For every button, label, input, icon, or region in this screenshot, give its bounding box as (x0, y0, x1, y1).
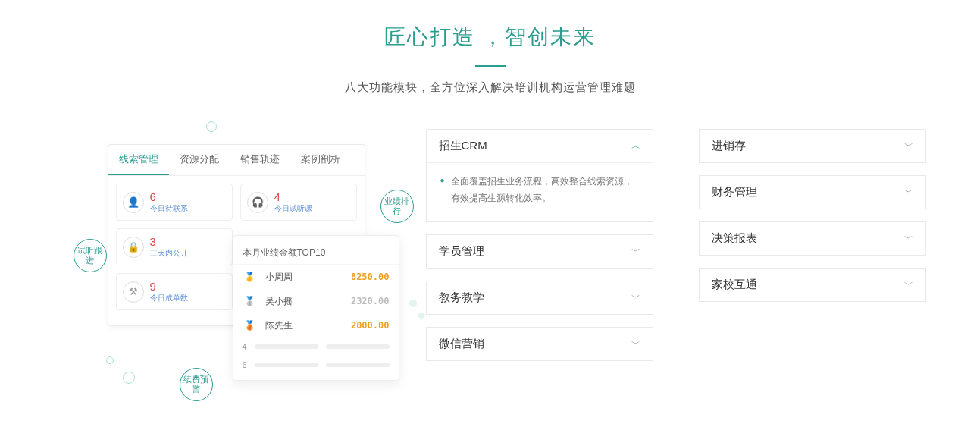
top10-row: 🥈 吴小摇 2320.00 (233, 289, 399, 313)
stat-number: 6 (150, 190, 188, 203)
accordion-label: 微信营销 (439, 337, 484, 351)
accordion-label: 招生CRM (439, 139, 487, 153)
top10-name: 吴小摇 (265, 295, 343, 308)
medal-gold-icon: 🥇 (243, 269, 258, 284)
stat-box[interactable]: 🔒 3 三天内公开 (116, 228, 233, 265)
rank-number: 4 (243, 342, 247, 351)
accordion-header[interactable]: 教务教学 ﹀ (427, 281, 653, 314)
lock-icon: 🔒 (123, 237, 144, 258)
accordion-item-wechat: 微信营销 ﹀ (426, 327, 653, 361)
content-area: 线索管理 资源分配 销售轨迹 案例剖析 👤 6 今日待联系 🎧 4 (0, 129, 980, 417)
progress-bar (326, 363, 390, 367)
stat-box[interactable]: ⚒ 9 今日成单数 (116, 273, 233, 310)
tab-bar: 线索管理 资源分配 销售轨迹 案例剖析 (108, 145, 365, 176)
top10-value: 2000.00 (351, 320, 390, 331)
decor-dot (123, 372, 135, 384)
accordion-body: ● 全面覆盖招生业务流程，高效整合线索资源，有效提高生源转化效率。 (427, 162, 653, 221)
decor-dot (418, 313, 424, 319)
stat-box[interactable]: 👤 6 今日待联系 (116, 184, 233, 221)
tab-cases[interactable]: 案例剖析 (290, 145, 351, 175)
tab-leads[interactable]: 线索管理 (108, 145, 169, 175)
bullet-icon: ● (440, 174, 445, 206)
accordion-header[interactable]: 财务管理 ﹀ (700, 176, 925, 209)
progress-bar (255, 344, 318, 349)
chevron-down-icon: ﹀ (631, 291, 640, 304)
top10-card: 本月业绩金额TOP10 🥇 小周周 8250.00 🥈 吴小摇 2320.00 … (233, 235, 399, 381)
rank-number: 6 (243, 360, 247, 369)
top10-row: 🥇 小周周 8250.00 (233, 265, 399, 289)
accordion-label: 教务教学 (439, 291, 484, 305)
stat-number: 4 (274, 190, 312, 203)
bubble-trial[interactable]: 试听跟进 (74, 239, 107, 272)
stat-number: 9 (150, 280, 188, 293)
chevron-down-icon: ﹀ (904, 186, 913, 199)
page-title: 匠心打造 ，智创未来 (0, 23, 980, 52)
accordion-label: 决策报表 (712, 231, 757, 246)
accordion-item-student: 学员管理 ﹀ (426, 234, 653, 269)
divider (475, 65, 506, 67)
chevron-up-icon: ︿ (631, 140, 640, 152)
accordion-item-homeschool: 家校互通 ﹀ (699, 268, 926, 302)
accordion-body-text: 全面覆盖招生业务流程，高效整合线索资源，有效提高生源转化效率。 (451, 174, 639, 206)
chevron-down-icon: ﹀ (904, 140, 913, 152)
user-icon: 👤 (123, 192, 144, 213)
chevron-down-icon: ﹀ (631, 338, 640, 350)
accordion-header[interactable]: 家校互通 ﹀ (700, 269, 925, 301)
stat-label: 今日成单数 (150, 293, 188, 303)
tab-sales[interactable]: 销售轨迹 (230, 145, 290, 175)
stat-box[interactable]: 🎧 4 今日试听课 (240, 184, 357, 221)
decor-dot (206, 121, 217, 132)
top10-title: 本月业绩金额TOP10 (233, 242, 399, 265)
accordion-header[interactable]: 决策报表 ﹀ (700, 222, 925, 255)
accordion-item-inventory: 进销存 ﹀ (699, 129, 926, 163)
top10-row: 🥉 陈先生 2000.00 (233, 313, 399, 338)
accordion-col-1: 招生CRM ︿ ● 全面覆盖招生业务流程，高效整合线索资源，有效提高生源转化效率… (426, 129, 653, 417)
tab-resources[interactable]: 资源分配 (169, 145, 230, 175)
accordion-header[interactable]: 招生CRM ︿ (427, 130, 653, 162)
accordion-col-2: 进销存 ﹀ 财务管理 ﹀ 决策报表 ﹀ 家校互通 ﹀ (699, 129, 926, 417)
page-header: 匠心打造 ，智创未来 八大功能模块，全方位深入解决培训机构运营管理难题 (0, 0, 980, 95)
decor-dot (106, 356, 114, 364)
accordion-item-crm: 招生CRM ︿ ● 全面覆盖招生业务流程，高效整合线索资源，有效提高生源转化效率… (426, 129, 653, 222)
top10-value: 8250.00 (351, 272, 390, 282)
accordion-label: 家校互通 (712, 278, 757, 292)
chevron-down-icon: ﹀ (904, 232, 913, 245)
decor-dot (409, 300, 417, 307)
top10-name: 陈先生 (265, 319, 343, 332)
stat-label: 今日待联系 (150, 203, 188, 214)
accordion-label: 进销存 (712, 139, 746, 153)
medal-bronze-icon: 🥉 (243, 318, 258, 333)
progress-bar (255, 363, 318, 367)
page-subtitle: 八大功能模块，全方位深入解决培训机构运营管理难题 (0, 80, 980, 95)
progress-bar (326, 344, 390, 349)
stat-label: 三天内公开 (150, 248, 188, 259)
stat-number: 3 (150, 235, 188, 248)
chevron-down-icon: ﹀ (631, 245, 640, 258)
accordion-header[interactable]: 微信营销 ﹀ (427, 328, 653, 360)
accordion-label: 学员管理 (439, 244, 484, 259)
accordion-header[interactable]: 进销存 ﹀ (700, 130, 925, 162)
hammer-icon: ⚒ (123, 281, 144, 303)
illustration-panel: 线索管理 资源分配 销售轨迹 案例剖析 👤 6 今日待联系 🎧 4 (55, 129, 380, 417)
top10-row: 4 (233, 338, 399, 356)
chevron-down-icon: ﹀ (904, 278, 913, 291)
top10-name: 小周周 (265, 271, 343, 284)
stat-label: 今日试听课 (274, 203, 312, 214)
accordion-item-finance: 财务管理 ﹀ (699, 175, 926, 209)
top10-row: 6 (233, 356, 399, 374)
bubble-renewal[interactable]: 续费预警 (180, 368, 213, 401)
accordion-item-teaching: 教务教学 ﹀ (426, 281, 653, 315)
headset-icon: 🎧 (247, 192, 268, 213)
accordion-label: 财务管理 (712, 185, 757, 199)
top10-value: 2320.00 (351, 296, 390, 306)
accordion-item-reports: 决策报表 ﹀ (699, 221, 926, 256)
accordion-header[interactable]: 学员管理 ﹀ (427, 235, 653, 268)
bubble-ranking[interactable]: 业绩排行 (380, 190, 414, 223)
medal-silver-icon: 🥈 (243, 294, 258, 309)
